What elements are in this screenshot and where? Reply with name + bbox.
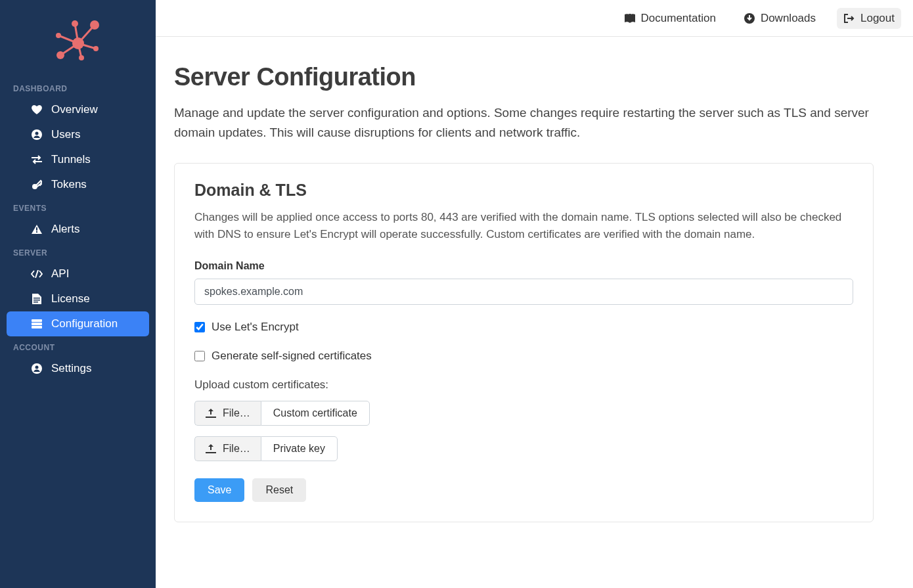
- sidebar-item-settings[interactable]: Settings: [7, 356, 149, 381]
- sidebar-item-configuration[interactable]: Configuration: [7, 311, 149, 336]
- sidebar-heading-server: SERVER: [0, 242, 156, 261]
- code-icon: [30, 270, 43, 278]
- documentation-label: Documentation: [641, 12, 716, 25]
- sidebar-item-api[interactable]: API: [7, 261, 149, 286]
- cert-file-name: Custom certificate: [261, 401, 370, 426]
- cert-file-row: File… Custom certificate: [194, 401, 853, 426]
- sidebar-heading-dashboard: DASHBOARD: [0, 78, 156, 97]
- svg-rect-23: [32, 326, 42, 328]
- logo: [0, 12, 156, 78]
- lets-encrypt-checkbox[interactable]: [194, 322, 205, 332]
- sidebar-item-tunnels[interactable]: Tunnels: [7, 147, 149, 172]
- svg-point-25: [35, 366, 39, 369]
- upload-icon: [206, 444, 216, 453]
- server-icon: [30, 319, 43, 328]
- file-button-label: File…: [223, 407, 250, 419]
- main: Documentation Downloads Logout Server Co…: [156, 0, 913, 588]
- topbar: Documentation Downloads Logout: [156, 0, 913, 37]
- lets-encrypt-row: Use Let's Encrypt: [194, 321, 853, 334]
- sidebar-item-users[interactable]: Users: [7, 122, 149, 147]
- save-button[interactable]: Save: [194, 478, 244, 502]
- content: Server Configuration Manage and update t…: [156, 37, 913, 549]
- sidebar-item-label: Tunnels: [51, 153, 91, 166]
- logout-button[interactable]: Logout: [837, 8, 901, 29]
- svg-rect-20: [33, 302, 38, 303]
- upload-icon: [206, 409, 216, 418]
- upload-label: Upload custom certificates:: [194, 378, 853, 392]
- logout-icon: [843, 14, 855, 23]
- sidebar-item-tokens[interactable]: Tokens: [7, 172, 149, 197]
- downloads-label: Downloads: [761, 12, 816, 25]
- self-signed-label: Generate self-signed certificates: [212, 350, 372, 363]
- svg-rect-16: [36, 227, 37, 231]
- sidebar-heading-events: EVENTS: [0, 197, 156, 217]
- key-file-name: Private key: [261, 436, 338, 461]
- key-icon: [30, 179, 43, 190]
- file-icon: [30, 294, 43, 304]
- svg-point-14: [35, 132, 39, 135]
- sidebar-item-alerts[interactable]: Alerts: [7, 217, 149, 242]
- sidebar-heading-account: ACCOUNT: [0, 336, 156, 356]
- file-button-label: File…: [223, 443, 250, 455]
- sidebar-item-label: Settings: [51, 362, 91, 375]
- sidebar-item-label: Overview: [51, 103, 98, 116]
- documentation-link[interactable]: Documentation: [617, 8, 723, 29]
- sidebar-item-overview[interactable]: Overview: [7, 97, 149, 122]
- sidebar-item-label: API: [51, 267, 69, 281]
- cert-file-button[interactable]: File…: [194, 401, 261, 426]
- svg-line-7: [60, 43, 78, 55]
- downloads-link[interactable]: Downloads: [737, 8, 822, 29]
- logo-icon: [49, 17, 108, 63]
- warning-icon: [30, 225, 43, 234]
- book-icon: [624, 14, 636, 23]
- card-title: Domain & TLS: [194, 181, 853, 200]
- card-description: Changes will be applied once access to p…: [194, 209, 853, 244]
- sidebar-item-label: License: [51, 292, 90, 305]
- svg-line-8: [78, 25, 95, 43]
- domain-name-label: Domain Name: [194, 260, 853, 272]
- heartbeat-icon: [30, 105, 43, 114]
- svg-rect-19: [33, 300, 40, 301]
- page-title: Server Configuration: [174, 63, 874, 91]
- page-description: Manage and update the server configurati…: [174, 103, 870, 143]
- button-row: Save Reset: [194, 478, 853, 502]
- logout-label: Logout: [860, 12, 895, 25]
- transfer-icon: [30, 155, 43, 164]
- sidebar: DASHBOARD Overview Users Tunnels Tokens …: [0, 0, 156, 588]
- svg-rect-22: [32, 323, 42, 325]
- user-circle-icon: [30, 363, 43, 374]
- svg-rect-17: [36, 231, 37, 233]
- sidebar-item-license[interactable]: License: [7, 286, 149, 311]
- domain-name-input[interactable]: [194, 279, 853, 305]
- sidebar-item-label: Tokens: [51, 178, 87, 191]
- domain-tls-card: Domain & TLS Changes will be applied onc…: [174, 163, 874, 523]
- key-file-row: File… Private key: [194, 436, 853, 461]
- self-signed-row: Generate self-signed certificates: [194, 350, 853, 363]
- reset-button[interactable]: Reset: [252, 478, 306, 502]
- svg-rect-21: [32, 319, 42, 322]
- svg-rect-18: [33, 298, 40, 299]
- sidebar-item-label: Users: [51, 128, 80, 141]
- download-icon: [744, 13, 755, 24]
- user-circle-icon: [30, 129, 43, 140]
- sidebar-item-label: Alerts: [51, 223, 79, 236]
- self-signed-checkbox[interactable]: [194, 351, 205, 361]
- lets-encrypt-label: Use Let's Encrypt: [212, 321, 299, 334]
- sidebar-item-label: Configuration: [51, 317, 118, 330]
- key-file-button[interactable]: File…: [194, 436, 261, 461]
